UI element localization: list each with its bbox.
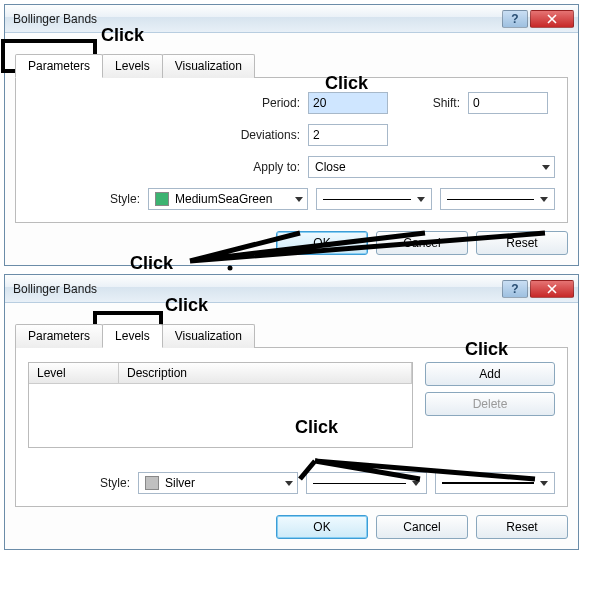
levels-table-body: [29, 384, 412, 447]
ok-button[interactable]: OK: [276, 231, 368, 255]
tab-parameters[interactable]: Parameters: [15, 54, 103, 78]
period-input[interactable]: [308, 92, 388, 114]
close-icon: [547, 284, 557, 294]
label-applyto: Apply to:: [28, 160, 308, 174]
titlebar: Bollinger Bands ?: [5, 275, 578, 303]
cancel-button[interactable]: Cancel: [376, 231, 468, 255]
label-style: Style:: [28, 476, 138, 490]
label-shift: Shift:: [388, 96, 468, 110]
button-row: OK Cancel Reset: [15, 231, 568, 255]
button-row: OK Cancel Reset: [15, 515, 568, 539]
style-color-select[interactable]: Silver: [138, 472, 298, 494]
style-color-name: Silver: [165, 476, 195, 490]
style-line-select[interactable]: [306, 472, 427, 494]
chevron-down-icon: [412, 481, 420, 486]
reset-button[interactable]: Reset: [476, 515, 568, 539]
tabpanel-levels: Level Description Add Delete Click Style…: [15, 348, 568, 507]
close-button[interactable]: [530, 10, 574, 28]
delete-button: Delete: [425, 392, 555, 416]
style-color-select[interactable]: MediumSeaGreen: [148, 188, 308, 210]
window-title: Bollinger Bands: [13, 12, 500, 26]
col-level: Level: [29, 363, 119, 383]
chevron-down-icon: [285, 481, 293, 486]
chevron-down-icon: [417, 197, 425, 202]
titlebar: Bollinger Bands ?: [5, 5, 578, 33]
ok-button[interactable]: OK: [276, 515, 368, 539]
color-swatch: [145, 476, 159, 490]
levels-side-buttons: Add Delete: [425, 362, 555, 448]
annotation-click-3: Click: [130, 253, 173, 274]
dialog-bollinger-parameters: Bollinger Bands ? Click Click Parameters…: [4, 4, 579, 266]
reset-button[interactable]: Reset: [476, 231, 568, 255]
tab-parameters[interactable]: Parameters: [15, 324, 103, 348]
levels-table-header: Level Description: [29, 363, 412, 384]
help-button[interactable]: ?: [502, 10, 528, 28]
cancel-button[interactable]: Cancel: [376, 515, 468, 539]
style-line-select[interactable]: [316, 188, 432, 210]
deviations-input[interactable]: [308, 124, 388, 146]
help-button[interactable]: ?: [502, 280, 528, 298]
style-width-select[interactable]: [440, 188, 556, 210]
window-title: Bollinger Bands: [13, 282, 500, 296]
tab-levels[interactable]: Levels: [102, 324, 163, 348]
chevron-down-icon: [540, 197, 548, 202]
tab-bar: Parameters Levels Visualization: [15, 53, 568, 78]
close-icon: [547, 14, 557, 24]
tab-visualization[interactable]: Visualization: [162, 54, 255, 78]
tabpanel-parameters: Period: Shift: Deviations: Apply to: Clo…: [15, 78, 568, 223]
label-period: Period:: [28, 96, 308, 110]
chevron-down-icon: [295, 197, 303, 202]
label-deviations: Deviations:: [28, 128, 308, 142]
tab-levels[interactable]: Levels: [102, 54, 163, 78]
label-style: Style:: [28, 192, 148, 206]
svg-point-0: [228, 266, 233, 271]
color-swatch: [155, 192, 169, 206]
chevron-down-icon: [542, 165, 550, 170]
applyto-value: Close: [315, 160, 346, 174]
chevron-down-icon: [540, 481, 548, 486]
tab-visualization[interactable]: Visualization: [162, 324, 255, 348]
dialog-bollinger-levels: Bollinger Bands ? Click Click Parameters…: [4, 274, 579, 550]
shift-input[interactable]: [468, 92, 548, 114]
applyto-select[interactable]: Close: [308, 156, 555, 178]
levels-table[interactable]: Level Description: [28, 362, 413, 448]
add-button[interactable]: Add: [425, 362, 555, 386]
tab-bar: Parameters Levels Visualization: [15, 323, 568, 348]
style-width-select[interactable]: [435, 472, 556, 494]
col-description: Description: [119, 363, 412, 383]
close-button[interactable]: [530, 280, 574, 298]
style-color-name: MediumSeaGreen: [175, 192, 272, 206]
